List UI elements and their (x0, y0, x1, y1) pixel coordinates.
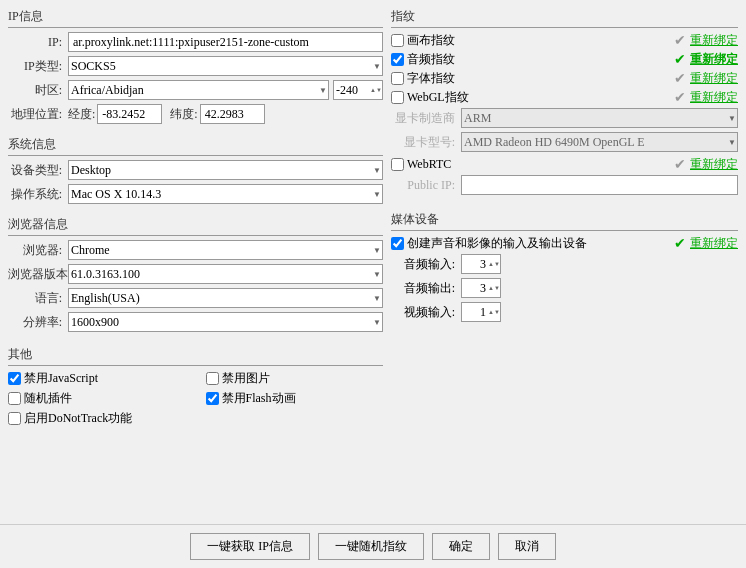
webgl-fp-row: WebGL指纹 ✔ 重新绑定 (391, 89, 738, 106)
webrtc-checkbox[interactable] (391, 158, 404, 171)
media-section: 媒体设备 创建声音和影像的输入及输出设备 ✔ 重新绑定 (391, 211, 738, 326)
lat-label: 纬度: (170, 106, 197, 123)
audio-fp-icon: ✔ (674, 51, 686, 68)
disable-flash-checkbox[interactable] (206, 392, 219, 405)
geo-row: 地理位置: 经度: 纬度: (8, 104, 383, 124)
webrtc-icon: ✔ (674, 156, 686, 173)
tz-offset-wrapper (333, 80, 383, 100)
random-fp-btn[interactable]: 一键随机指纹 (318, 533, 424, 560)
font-fp-label[interactable]: 字体指纹 (391, 70, 455, 87)
gpu-vendor-select[interactable]: ARM (461, 108, 738, 128)
get-ip-btn[interactable]: 一键获取 IP信息 (190, 533, 310, 560)
timezone-label: 时区: (8, 82, 68, 99)
device-select-wrapper: Desktop (68, 160, 383, 180)
font-fp-checkbox[interactable] (391, 72, 404, 85)
canvas-rebind-link[interactable]: 重新绑定 (690, 32, 738, 49)
browser-section-title: 浏览器信息 (8, 216, 383, 236)
audio-fp-label[interactable]: 音频指纹 (391, 51, 455, 68)
gpu-vendor-select-wrapper: ARM (461, 108, 738, 128)
ip-type-label: IP类型: (8, 58, 68, 75)
lon-input[interactable] (97, 104, 162, 124)
random-plugin-checkbox[interactable] (8, 392, 21, 405)
fingerprint-section-title: 指纹 (391, 8, 738, 28)
geo-label: 地理位置: (8, 106, 68, 123)
audio-rebind-link[interactable]: 重新绑定 (690, 51, 738, 68)
ip-row: IP: (8, 32, 383, 52)
audio-fp-checkbox[interactable] (391, 53, 404, 66)
audio-out-spinner (461, 278, 501, 298)
create-devices-checkbox[interactable] (391, 237, 404, 250)
version-row: 浏览器版本: 61.0.3163.100 (8, 264, 383, 284)
dnt-checkbox-label[interactable]: 启用DoNotTrack功能 (8, 410, 383, 427)
dnt-label: 启用DoNotTrack功能 (24, 410, 132, 427)
tz-offset-input[interactable] (333, 80, 383, 100)
system-section-title: 系统信息 (8, 136, 383, 156)
timezone-select[interactable]: Africa/Abidjan (68, 80, 329, 100)
ip-input[interactable] (68, 32, 383, 52)
disable-js-checkbox-label[interactable]: 禁用JavaScript (8, 370, 186, 387)
webrtc-rebind-link[interactable]: 重新绑定 (690, 156, 738, 173)
public-ip-input[interactable] (461, 175, 738, 195)
public-ip-label: Public IP: (391, 178, 461, 193)
ip-type-select[interactable]: SOCKS5 (68, 56, 383, 76)
right-panel: 指纹 画布指纹 ✔ 重新绑定 (391, 8, 738, 516)
os-select[interactable]: Mac OS X 10.14.3 (68, 184, 383, 204)
audio-out-input[interactable] (461, 278, 501, 298)
device-select[interactable]: Desktop (68, 160, 383, 180)
gpu-model-label: 显卡型号: (391, 134, 461, 151)
disable-js-checkbox[interactable] (8, 372, 21, 385)
lat-input[interactable] (200, 104, 265, 124)
create-devices-label[interactable]: 创建声音和影像的输入及输出设备 (391, 235, 587, 252)
webgl-fp-label[interactable]: WebGL指纹 (391, 89, 469, 106)
other-section: 其他 禁用JavaScript 禁用图片 随机插件 (8, 346, 383, 427)
resolution-label: 分辨率: (8, 314, 68, 331)
device-label: 设备类型: (8, 162, 68, 179)
left-panel: IP信息 IP: IP类型: SOCKS5 时区: (8, 8, 383, 516)
language-select[interactable]: English(USA) (68, 288, 383, 308)
browser-select[interactable]: Chrome (68, 240, 383, 260)
lon-label: 经度: (68, 106, 95, 123)
disable-flash-checkbox-label[interactable]: 禁用Flash动画 (206, 390, 384, 407)
font-fp-text: 字体指纹 (407, 70, 455, 87)
webgl-fp-text: WebGL指纹 (407, 89, 469, 106)
webgl-fp-checkbox[interactable] (391, 91, 404, 104)
cancel-btn[interactable]: 取消 (498, 533, 556, 560)
video-in-label: 视频输入: (391, 304, 461, 321)
other-checkbox-grid: 禁用JavaScript 禁用图片 随机插件 禁用Flash动画 (8, 370, 383, 427)
video-in-spinner (461, 302, 501, 322)
public-ip-row: Public IP: (391, 175, 738, 195)
webgl-rebind-link[interactable]: 重新绑定 (690, 89, 738, 106)
webgl-fp-icon: ✔ (674, 89, 686, 106)
audio-in-spinner (461, 254, 501, 274)
font-rebind-link[interactable]: 重新绑定 (690, 70, 738, 87)
video-in-row: 视频输入: (391, 302, 738, 322)
version-select-wrapper: 61.0.3163.100 (68, 264, 383, 284)
browser-section: 浏览器信息 浏览器: Chrome 浏览器版本: 61.0.3163.100 (8, 216, 383, 336)
gpu-model-select[interactable]: AMD Radeon HD 6490M OpenGL E (461, 132, 738, 152)
canvas-fp-label[interactable]: 画布指纹 (391, 32, 455, 49)
audio-out-label: 音频输出: (391, 280, 461, 297)
browser-row: 浏览器: Chrome (8, 240, 383, 260)
audio-in-input[interactable] (461, 254, 501, 274)
audio-in-label: 音频输入: (391, 256, 461, 273)
other-section-title: 其他 (8, 346, 383, 366)
canvas-fp-checkbox[interactable] (391, 34, 404, 47)
version-select[interactable]: 61.0.3163.100 (68, 264, 383, 284)
dnt-checkbox[interactable] (8, 412, 21, 425)
canvas-fp-text: 画布指纹 (407, 32, 455, 49)
ip-section: IP信息 IP: IP类型: SOCKS5 时区: (8, 8, 383, 128)
timezone-select-wrapper: Africa/Abidjan (68, 80, 329, 100)
disable-images-checkbox[interactable] (206, 372, 219, 385)
confirm-btn[interactable]: 确定 (432, 533, 490, 560)
ip-label: IP: (8, 35, 68, 50)
video-in-input[interactable] (461, 302, 501, 322)
resolution-select[interactable]: 1600x900 (68, 312, 383, 332)
ip-type-select-wrapper: SOCKS5 (68, 56, 383, 76)
create-devices-rebind-link[interactable]: 重新绑定 (690, 235, 738, 252)
media-section-title: 媒体设备 (391, 211, 738, 231)
webrtc-label[interactable]: WebRTC (391, 157, 451, 172)
create-devices-icon: ✔ (674, 235, 686, 252)
webrtc-row: WebRTC ✔ 重新绑定 (391, 156, 738, 173)
random-plugin-checkbox-label[interactable]: 随机插件 (8, 390, 186, 407)
disable-images-checkbox-label[interactable]: 禁用图片 (206, 370, 384, 387)
